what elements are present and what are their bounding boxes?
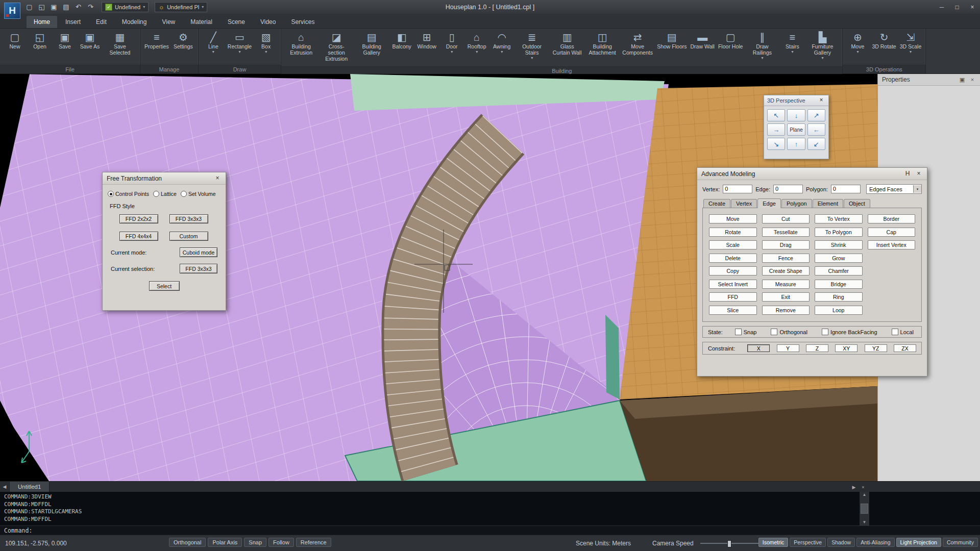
view-mode-toggle-button[interactable]: Community	[943, 538, 978, 547]
modeling-tab[interactable]: Object	[844, 199, 870, 208]
nav-upleft-button[interactable]: ↖	[767, 109, 785, 121]
close-icon[interactable]: ×	[915, 170, 923, 178]
counter-input[interactable]: 0	[773, 185, 803, 193]
tab-scroll-left-icon[interactable]: ◀	[0, 482, 9, 492]
close-icon[interactable]: ×	[817, 97, 825, 104]
modeling-tool-button[interactable]: Cut	[762, 214, 810, 223]
view-mode-toggle-button[interactable]: Perspective	[790, 538, 826, 547]
modeling-tool-button[interactable]: FFD	[709, 292, 757, 302]
new-file-icon[interactable]: ▢	[24, 2, 34, 12]
pin-icon[interactable]: ▣	[959, 77, 966, 83]
ffd-style-button[interactable]: FFD 2x2x2	[119, 214, 158, 223]
ribbon-button[interactable]: ≣ Outdoor Stairs ▾	[514, 30, 549, 61]
nav-left-button[interactable]: ←	[807, 123, 825, 136]
radio-option[interactable]: Control Points	[108, 191, 149, 197]
ribbon-button[interactable]: ↻ 3D Rotate	[870, 30, 897, 55]
ribbon-button[interactable]: ⚙ Settings	[171, 30, 195, 55]
modeling-tool-button[interactable]: Slice	[709, 306, 757, 315]
menu-tab[interactable]: Video	[253, 16, 283, 28]
pin-icon[interactable]: H	[903, 170, 912, 178]
modeling-tool-button[interactable]: Move	[709, 214, 757, 223]
ribbon-button[interactable]: ▢ New	[3, 30, 27, 55]
tab-close-icon[interactable]: ×	[859, 482, 868, 492]
modeling-tool-button[interactable]: Border	[868, 214, 916, 223]
scrollbar-thumb[interactable]	[861, 504, 868, 514]
ribbon-button[interactable]: ╱ Line ▾	[201, 30, 226, 55]
menu-tab[interactable]: Modeling	[115, 16, 154, 28]
ribbon-button[interactable]: ▣ Save As	[78, 30, 102, 55]
display-mode-dropdown[interactable]: Edged Faces ▾	[866, 184, 922, 194]
state-checkbox[interactable]: Snap	[735, 329, 757, 335]
modeling-tool-button[interactable]: Select Invert	[709, 280, 757, 289]
ribbon-button[interactable]: ▭ Rectangle ▾	[226, 30, 253, 55]
modeling-tool-button[interactable]: Scale	[709, 240, 757, 249]
radio-option[interactable]: Lattice	[153, 191, 177, 197]
ribbon-button[interactable]: ⊕ Move ▾	[845, 30, 870, 55]
state-checkbox[interactable]: Orthogonal	[771, 329, 807, 335]
ribbon-button[interactable]: ≡ Properties	[143, 30, 170, 55]
constraint-button[interactable]: ZX	[894, 344, 916, 352]
command-input-line[interactable]: Command:	[0, 525, 980, 535]
modeling-tool-button[interactable]: Create Shape	[762, 266, 810, 276]
modeling-tool-button[interactable]: Measure	[762, 280, 810, 289]
ribbon-button[interactable]: ∥ Draw Railings ▾	[745, 30, 779, 61]
camera-speed-slider[interactable]	[700, 540, 761, 546]
modeling-tool-button[interactable]: Ring	[815, 292, 863, 302]
maximize-button[interactable]: □	[949, 2, 965, 12]
ffd-style-button[interactable]: Custom	[169, 232, 208, 241]
view-mode-toggle-button[interactable]: Isometric	[758, 538, 789, 547]
counter-input[interactable]: 0	[831, 185, 861, 193]
radio-option[interactable]: Set Volume	[181, 191, 216, 197]
modeling-tool-button[interactable]: Delete	[709, 254, 757, 263]
menu-tab[interactable]: View	[155, 16, 182, 28]
minimize-button[interactable]: ─	[934, 2, 949, 12]
modeling-tool-button[interactable]: To Vertex	[815, 214, 863, 223]
ribbon-button[interactable]: ⌂ Building Extrusion	[284, 30, 318, 61]
snap-toggle-button[interactable]: Snap	[244, 538, 266, 547]
ffd-style-button[interactable]: FFD 4x4x4	[119, 232, 158, 241]
modeling-tool-button[interactable]: To Polygon	[815, 228, 863, 237]
console-scrollbar[interactable]: ▲ ▼	[860, 492, 869, 525]
modeling-tool-button[interactable]: Rotate	[709, 228, 757, 237]
nav-downright-button[interactable]: ↘	[767, 138, 785, 150]
view-mode-toggle-button[interactable]: Light Projection	[896, 538, 941, 547]
modeling-tool-button[interactable]: Chamfer	[815, 266, 863, 276]
constraint-button[interactable]: Z	[806, 344, 828, 352]
slider-thumb[interactable]	[727, 540, 731, 547]
save-file-icon[interactable]: ▣	[49, 2, 59, 12]
current-selection-value[interactable]: FFD 3x3x3	[180, 264, 217, 273]
counter-input[interactable]: 0	[723, 185, 752, 193]
modeling-tab[interactable]: Element	[813, 199, 843, 208]
snap-toggle-button[interactable]: Follow	[268, 538, 294, 547]
menu-tab[interactable]: Home	[27, 16, 57, 28]
viewport-tab[interactable]: Untitled1	[9, 482, 50, 492]
undo-icon[interactable]: ↶	[74, 2, 83, 12]
nav-downleft-button[interactable]: ↙	[807, 138, 825, 150]
menu-tab[interactable]: Material	[183, 16, 219, 28]
layer-dropdown[interactable]: ✓ Undefined ▾	[102, 2, 149, 12]
modeling-tool-button[interactable]: Loop	[815, 306, 863, 315]
open-file-icon[interactable]: ◱	[37, 2, 46, 12]
plane-button[interactable]: Plane	[787, 123, 805, 136]
ribbon-button[interactable]: ≡ Stairs ▾	[780, 30, 804, 55]
scroll-up-icon[interactable]: ▲	[863, 492, 867, 497]
view-mode-toggle-button[interactable]: Shadow	[827, 538, 855, 547]
modeling-tool-button[interactable]: Copy	[709, 266, 757, 276]
close-icon[interactable]: ×	[213, 175, 222, 182]
dialog-titlebar[interactable]: Free Transformation ×	[103, 172, 226, 185]
state-checkbox[interactable]: Ignore BackFacing	[822, 329, 877, 335]
ribbon-button[interactable]: ▤ Building Gallery	[354, 30, 389, 61]
ribbon-button[interactable]: ◱ Open	[28, 30, 52, 55]
snap-toggle-button[interactable]: Orthogonal	[169, 538, 206, 547]
ribbon-button[interactable]: ▤ Show Floors	[655, 30, 688, 55]
ribbon-button[interactable]: ◧ Balcony	[389, 30, 414, 55]
ribbon-button[interactable]: ◠ Awning ▾	[489, 30, 514, 55]
ribbon-button[interactable]: ⇄ Move Components	[620, 30, 655, 61]
snap-toggle-button[interactable]: Polar Axis	[208, 538, 242, 547]
ribbon-button[interactable]: ⊞ Window	[414, 30, 439, 55]
menu-tab[interactable]: Scene	[220, 16, 252, 28]
style-dropdown[interactable]: ☼ Undefined Pl ▾	[155, 2, 207, 12]
modeling-tool-button[interactable]: Cap	[868, 228, 916, 237]
ribbon-button[interactable]: ▙ Furniture Gallery ▾	[805, 30, 840, 61]
constraint-button[interactable]: XY	[835, 344, 857, 352]
